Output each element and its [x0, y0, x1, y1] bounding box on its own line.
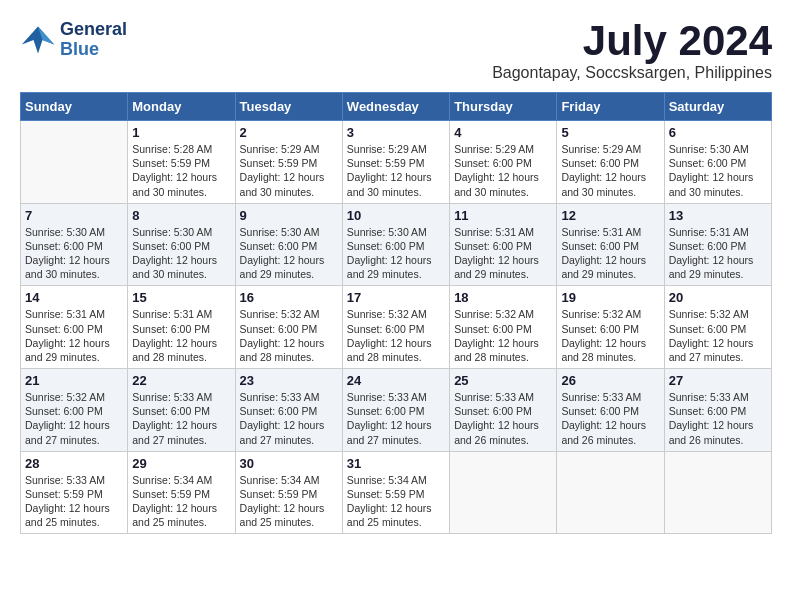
- week-row-2: 7Sunrise: 5:30 AM Sunset: 6:00 PM Daylig…: [21, 203, 772, 286]
- day-number: 19: [561, 290, 659, 305]
- calendar-cell: 23Sunrise: 5:33 AM Sunset: 6:00 PM Dayli…: [235, 369, 342, 452]
- weekday-saturday: Saturday: [664, 93, 771, 121]
- calendar-cell: 18Sunrise: 5:32 AM Sunset: 6:00 PM Dayli…: [450, 286, 557, 369]
- day-info: Sunrise: 5:33 AM Sunset: 6:00 PM Dayligh…: [454, 390, 552, 447]
- day-info: Sunrise: 5:32 AM Sunset: 6:00 PM Dayligh…: [454, 307, 552, 364]
- day-number: 21: [25, 373, 123, 388]
- logo: General Blue: [20, 20, 127, 60]
- day-info: Sunrise: 5:29 AM Sunset: 5:59 PM Dayligh…: [347, 142, 445, 199]
- day-info: Sunrise: 5:30 AM Sunset: 6:00 PM Dayligh…: [347, 225, 445, 282]
- calendar-cell: 27Sunrise: 5:33 AM Sunset: 6:00 PM Dayli…: [664, 369, 771, 452]
- day-info: Sunrise: 5:30 AM Sunset: 6:00 PM Dayligh…: [669, 142, 767, 199]
- calendar-cell: 20Sunrise: 5:32 AM Sunset: 6:00 PM Dayli…: [664, 286, 771, 369]
- calendar-cell: 3Sunrise: 5:29 AM Sunset: 5:59 PM Daylig…: [342, 121, 449, 204]
- day-number: 4: [454, 125, 552, 140]
- calendar-cell: [664, 451, 771, 534]
- calendar-cell: [21, 121, 128, 204]
- calendar-cell: 26Sunrise: 5:33 AM Sunset: 6:00 PM Dayli…: [557, 369, 664, 452]
- logo-bird-icon: [20, 22, 56, 58]
- day-info: Sunrise: 5:29 AM Sunset: 6:00 PM Dayligh…: [561, 142, 659, 199]
- day-number: 13: [669, 208, 767, 223]
- page-header: General Blue July 2024 Bagontapay, Soccs…: [20, 20, 772, 82]
- calendar-cell: 12Sunrise: 5:31 AM Sunset: 6:00 PM Dayli…: [557, 203, 664, 286]
- weekday-header-row: SundayMondayTuesdayWednesdayThursdayFrid…: [21, 93, 772, 121]
- day-number: 23: [240, 373, 338, 388]
- calendar-cell: [450, 451, 557, 534]
- day-info: Sunrise: 5:31 AM Sunset: 6:00 PM Dayligh…: [454, 225, 552, 282]
- day-info: Sunrise: 5:32 AM Sunset: 6:00 PM Dayligh…: [561, 307, 659, 364]
- day-number: 8: [132, 208, 230, 223]
- day-info: Sunrise: 5:29 AM Sunset: 6:00 PM Dayligh…: [454, 142, 552, 199]
- calendar-cell: 13Sunrise: 5:31 AM Sunset: 6:00 PM Dayli…: [664, 203, 771, 286]
- calendar-cell: 11Sunrise: 5:31 AM Sunset: 6:00 PM Dayli…: [450, 203, 557, 286]
- day-number: 11: [454, 208, 552, 223]
- day-info: Sunrise: 5:33 AM Sunset: 5:59 PM Dayligh…: [25, 473, 123, 530]
- day-info: Sunrise: 5:31 AM Sunset: 6:00 PM Dayligh…: [132, 307, 230, 364]
- day-number: 17: [347, 290, 445, 305]
- day-info: Sunrise: 5:33 AM Sunset: 6:00 PM Dayligh…: [132, 390, 230, 447]
- month-title: July 2024: [492, 20, 772, 62]
- calendar-cell: 2Sunrise: 5:29 AM Sunset: 5:59 PM Daylig…: [235, 121, 342, 204]
- weekday-thursday: Thursday: [450, 93, 557, 121]
- day-number: 30: [240, 456, 338, 471]
- day-number: 26: [561, 373, 659, 388]
- day-number: 1: [132, 125, 230, 140]
- calendar-cell: 30Sunrise: 5:34 AM Sunset: 5:59 PM Dayli…: [235, 451, 342, 534]
- day-number: 9: [240, 208, 338, 223]
- calendar-cell: 9Sunrise: 5:30 AM Sunset: 6:00 PM Daylig…: [235, 203, 342, 286]
- calendar-table: SundayMondayTuesdayWednesdayThursdayFrid…: [20, 92, 772, 534]
- calendar-cell: 21Sunrise: 5:32 AM Sunset: 6:00 PM Dayli…: [21, 369, 128, 452]
- title-block: July 2024 Bagontapay, Soccsksargen, Phil…: [492, 20, 772, 82]
- calendar-cell: 6Sunrise: 5:30 AM Sunset: 6:00 PM Daylig…: [664, 121, 771, 204]
- day-number: 5: [561, 125, 659, 140]
- day-number: 7: [25, 208, 123, 223]
- calendar-cell: 14Sunrise: 5:31 AM Sunset: 6:00 PM Dayli…: [21, 286, 128, 369]
- calendar-cell: 22Sunrise: 5:33 AM Sunset: 6:00 PM Dayli…: [128, 369, 235, 452]
- day-info: Sunrise: 5:31 AM Sunset: 6:00 PM Dayligh…: [25, 307, 123, 364]
- weekday-tuesday: Tuesday: [235, 93, 342, 121]
- day-info: Sunrise: 5:34 AM Sunset: 5:59 PM Dayligh…: [132, 473, 230, 530]
- day-number: 14: [25, 290, 123, 305]
- day-number: 20: [669, 290, 767, 305]
- day-info: Sunrise: 5:34 AM Sunset: 5:59 PM Dayligh…: [347, 473, 445, 530]
- week-row-1: 1Sunrise: 5:28 AM Sunset: 5:59 PM Daylig…: [21, 121, 772, 204]
- calendar-cell: 7Sunrise: 5:30 AM Sunset: 6:00 PM Daylig…: [21, 203, 128, 286]
- day-number: 10: [347, 208, 445, 223]
- weekday-wednesday: Wednesday: [342, 93, 449, 121]
- day-number: 24: [347, 373, 445, 388]
- day-info: Sunrise: 5:33 AM Sunset: 6:00 PM Dayligh…: [561, 390, 659, 447]
- day-number: 18: [454, 290, 552, 305]
- calendar-cell: 28Sunrise: 5:33 AM Sunset: 5:59 PM Dayli…: [21, 451, 128, 534]
- day-info: Sunrise: 5:30 AM Sunset: 6:00 PM Dayligh…: [240, 225, 338, 282]
- day-info: Sunrise: 5:32 AM Sunset: 6:00 PM Dayligh…: [347, 307, 445, 364]
- week-row-5: 28Sunrise: 5:33 AM Sunset: 5:59 PM Dayli…: [21, 451, 772, 534]
- day-number: 28: [25, 456, 123, 471]
- calendar-cell: 17Sunrise: 5:32 AM Sunset: 6:00 PM Dayli…: [342, 286, 449, 369]
- calendar-cell: 10Sunrise: 5:30 AM Sunset: 6:00 PM Dayli…: [342, 203, 449, 286]
- calendar-cell: 24Sunrise: 5:33 AM Sunset: 6:00 PM Dayli…: [342, 369, 449, 452]
- calendar-cell: 1Sunrise: 5:28 AM Sunset: 5:59 PM Daylig…: [128, 121, 235, 204]
- day-info: Sunrise: 5:32 AM Sunset: 6:00 PM Dayligh…: [25, 390, 123, 447]
- weekday-friday: Friday: [557, 93, 664, 121]
- day-number: 29: [132, 456, 230, 471]
- calendar-cell: [557, 451, 664, 534]
- day-info: Sunrise: 5:28 AM Sunset: 5:59 PM Dayligh…: [132, 142, 230, 199]
- day-info: Sunrise: 5:33 AM Sunset: 6:00 PM Dayligh…: [240, 390, 338, 447]
- calendar-cell: 8Sunrise: 5:30 AM Sunset: 6:00 PM Daylig…: [128, 203, 235, 286]
- day-number: 6: [669, 125, 767, 140]
- calendar-cell: 19Sunrise: 5:32 AM Sunset: 6:00 PM Dayli…: [557, 286, 664, 369]
- logo-text: General Blue: [60, 20, 127, 60]
- location-title: Bagontapay, Soccsksargen, Philippines: [492, 64, 772, 82]
- weekday-sunday: Sunday: [21, 93, 128, 121]
- calendar-cell: 15Sunrise: 5:31 AM Sunset: 6:00 PM Dayli…: [128, 286, 235, 369]
- week-row-4: 21Sunrise: 5:32 AM Sunset: 6:00 PM Dayli…: [21, 369, 772, 452]
- calendar-cell: 25Sunrise: 5:33 AM Sunset: 6:00 PM Dayli…: [450, 369, 557, 452]
- day-info: Sunrise: 5:32 AM Sunset: 6:00 PM Dayligh…: [240, 307, 338, 364]
- day-info: Sunrise: 5:33 AM Sunset: 6:00 PM Dayligh…: [669, 390, 767, 447]
- day-number: 16: [240, 290, 338, 305]
- day-number: 3: [347, 125, 445, 140]
- day-info: Sunrise: 5:30 AM Sunset: 6:00 PM Dayligh…: [25, 225, 123, 282]
- day-number: 22: [132, 373, 230, 388]
- day-info: Sunrise: 5:30 AM Sunset: 6:00 PM Dayligh…: [132, 225, 230, 282]
- day-info: Sunrise: 5:32 AM Sunset: 6:00 PM Dayligh…: [669, 307, 767, 364]
